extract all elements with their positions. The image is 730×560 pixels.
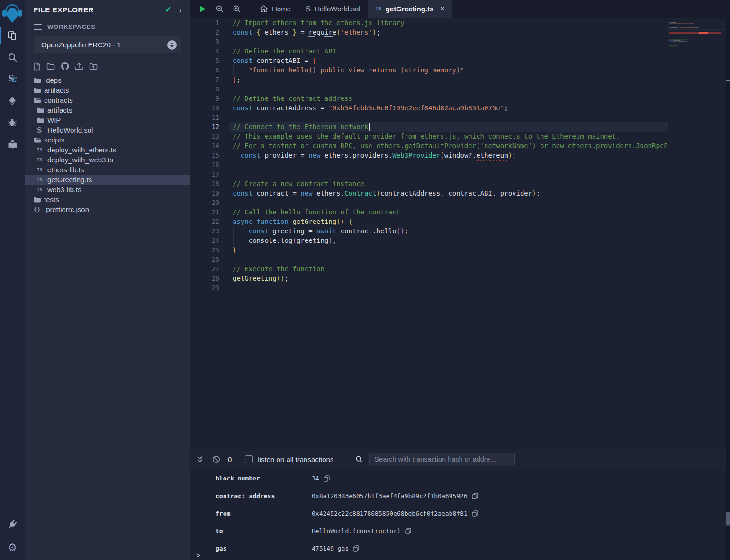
file-item-.deps[interactable]: .deps	[25, 75, 190, 85]
line-number[interactable]: 24	[190, 236, 219, 245]
file-item-scripts[interactable]: scripts	[25, 135, 190, 145]
line-number[interactable]: 28	[190, 274, 219, 283]
copy-icon[interactable]	[353, 545, 359, 552]
code-line-10[interactable]: 10const contractAddress = "0xb54febb5c0c…	[190, 103, 668, 113]
copy-icon[interactable]	[472, 510, 478, 517]
terminal-search-input[interactable]	[369, 453, 515, 466]
zoom-out-icon[interactable]	[211, 0, 228, 18]
line-number[interactable]: 14	[190, 141, 219, 151]
close-tab-icon[interactable]: ×	[440, 5, 444, 13]
github-icon[interactable]	[61, 62, 69, 71]
code-line-19[interactable]: 19const contract = new ethers.Contract(c…	[190, 188, 668, 198]
check-icon[interactable]: ✓	[165, 5, 171, 15]
line-number[interactable]: 17	[190, 169, 219, 179]
file-item-ethers-lib.ts[interactable]: TSethers-lib.ts	[25, 165, 190, 175]
code-line-5[interactable]: 5const contractABI = [	[190, 56, 668, 65]
code-line-28[interactable]: 28getGreeting();	[190, 274, 668, 283]
code-line-2[interactable]: 2const { ethers } = require('ethers');	[190, 27, 668, 37]
run-script-button[interactable]	[194, 0, 211, 18]
solidity-compiler-icon[interactable]: S	[0, 68, 25, 90]
listen-transactions-checkbox[interactable]	[245, 455, 253, 463]
workspace-stepper-icon[interactable]	[167, 40, 177, 50]
workspaces-menu-icon[interactable]	[34, 24, 42, 30]
file-item-deploy_with_web3.ts[interactable]: TSdeploy_with_web3.ts	[25, 155, 190, 165]
code-line-11[interactable]: 11	[190, 113, 668, 122]
learneth-book-icon[interactable]	[0, 133, 25, 155]
code-line-16[interactable]: 16	[190, 160, 668, 169]
terminal-row-from[interactable]: from0x42452c22c88178685850e68beb6cf0f2ae…	[190, 505, 730, 522]
file-item-getGreeting.ts[interactable]: TSgetGreeting.ts	[25, 175, 190, 185]
file-item-.prettierrc.json[interactable]: {}.prettierrc.json	[25, 204, 190, 214]
line-number[interactable]: 19	[190, 188, 219, 198]
debugger-icon[interactable]	[0, 112, 25, 133]
code-line-25[interactable]: 25}	[190, 245, 668, 255]
line-number[interactable]: 15	[190, 151, 219, 160]
code-line-29[interactable]	[668, 47, 726, 48]
tab-Home[interactable]: Home	[252, 0, 298, 18]
workspace-select[interactable]: OpenZeppelin ERC20 - 1	[34, 36, 181, 53]
code-line-26[interactable]: 26	[190, 255, 668, 264]
plugin-manager-icon[interactable]	[0, 514, 25, 535]
code-line-18[interactable]: 18// Create a new contract instance	[190, 179, 668, 188]
line-number[interactable]: 18	[190, 179, 219, 188]
code-editor[interactable]: 1// Import ethers from the ethers.js lib…	[190, 18, 730, 450]
line-number[interactable]: 29	[190, 283, 219, 293]
terminal-row-contract-address[interactable]: contract address0x8a120383e6057b1f3aef4f…	[190, 487, 730, 505]
collapse-terminal-icon[interactable]	[196, 455, 204, 463]
line-number[interactable]: 11	[190, 113, 219, 122]
code-line-8[interactable]: 8	[190, 84, 668, 94]
code-line-27[interactable]: 27// Execute the function	[190, 264, 668, 274]
deploy-run-icon[interactable]	[0, 90, 25, 112]
code-line-22[interactable]: 22async function getGreeting() {	[190, 217, 668, 226]
line-number[interactable]: 26	[190, 255, 219, 264]
code-line-24[interactable]: 24 console.log(greeting);	[190, 236, 668, 245]
line-number[interactable]: 1	[190, 18, 219, 27]
code-line-20[interactable]: 20	[190, 198, 668, 207]
terminal-prompt[interactable]: >	[197, 551, 200, 559]
code-line-9[interactable]: 9// Define the contract address	[190, 94, 668, 103]
line-number[interactable]: 8	[190, 84, 219, 94]
minimap[interactable]: // Import ethers from the ethers.js libr…	[668, 18, 726, 450]
line-number[interactable]: 22	[190, 217, 219, 226]
file-item-contracts[interactable]: contracts	[25, 95, 190, 105]
scrollbar-track[interactable]	[726, 18, 730, 560]
remix-logo-icon[interactable]	[1, 2, 24, 25]
code-line-15[interactable]: 15 const provider = new ethers.providers…	[190, 151, 668, 160]
line-number[interactable]: 23	[190, 226, 219, 236]
line-number[interactable]: 7	[190, 75, 219, 84]
code-line-23[interactable]: 23 const greeting = await contract.hello…	[190, 226, 668, 236]
line-number[interactable]: 20	[190, 198, 219, 207]
terminal-row-block-number[interactable]: block number34	[190, 470, 730, 487]
code-line-7[interactable]: 7];	[190, 75, 668, 84]
code-line-12[interactable]: 12// Connect to the Ethereum network	[190, 122, 668, 132]
tab-HelloWorld.sol[interactable]: SHelloWorld.sol	[298, 0, 368, 18]
upload-folder-icon[interactable]	[89, 63, 98, 70]
code-line-13[interactable]: 13// This example uses the default provi…	[190, 132, 668, 141]
line-number[interactable]: 25	[190, 245, 219, 255]
copy-icon[interactable]	[405, 528, 411, 534]
line-number[interactable]: 6	[190, 65, 219, 75]
code-line-17[interactable]: 17	[190, 169, 668, 179]
line-number[interactable]: 16	[190, 160, 219, 169]
line-number[interactable]: 12	[190, 122, 219, 132]
terminal-row-to[interactable]: toHelloWorld.(constructor)	[190, 522, 730, 540]
line-number[interactable]: 2	[190, 27, 219, 37]
terminal-row-gas[interactable]: gas475149 gas	[190, 540, 730, 557]
code-line-29[interactable]: 29	[190, 283, 668, 293]
line-number[interactable]: 10	[190, 103, 219, 113]
line-number[interactable]: 3	[190, 37, 219, 46]
line-number[interactable]: 4	[190, 46, 219, 56]
copy-icon[interactable]	[472, 493, 478, 499]
zoom-in-icon[interactable]	[228, 0, 245, 18]
line-number[interactable]: 9	[190, 94, 219, 103]
code-line-1[interactable]: 1// Import ethers from the ethers.js lib…	[190, 18, 668, 27]
line-number[interactable]: 5	[190, 56, 219, 65]
code-line-6[interactable]: 6 "function hello() public view returns …	[190, 65, 668, 75]
code-line-21[interactable]: 21// Call the hello function of the cont…	[190, 207, 668, 217]
new-file-icon[interactable]	[34, 62, 41, 71]
file-item-HelloWorld.sol[interactable]: SHelloWorld.sol	[25, 125, 190, 135]
file-item-tests[interactable]: tests	[25, 195, 190, 204]
file-explorer-icon[interactable]	[0, 25, 25, 46]
code-line-14[interactable]: 14// For a testnet or custom RPC, use et…	[190, 141, 668, 151]
file-item-WIP[interactable]: WIP	[25, 115, 190, 125]
